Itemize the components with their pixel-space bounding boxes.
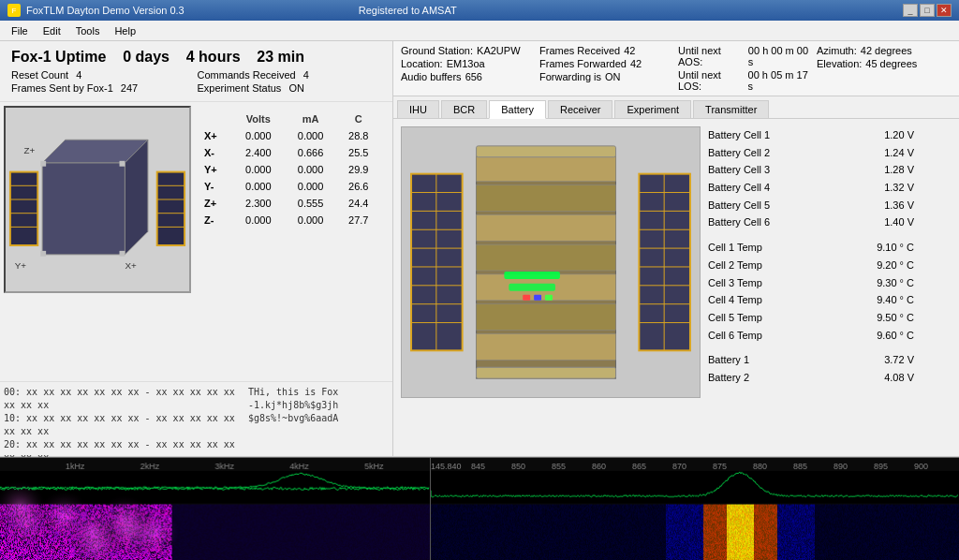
volts-value: 2.400 (233, 145, 284, 160)
axis-label: Z- (200, 213, 231, 228)
svg-text:X+: X+ (125, 260, 137, 271)
left-panel: Fox-1 Uptime 0 days 4 hours 23 min Reset… (0, 41, 393, 456)
volts-value: 0.000 (233, 128, 284, 143)
cell-label: Battery Cell 4 (708, 179, 770, 197)
forwarding-label: Forwarding is (539, 71, 601, 82)
total-value: 4.08 V (884, 369, 914, 387)
c-value: 25.5 (337, 145, 379, 160)
commands-received-value: 4 (303, 69, 309, 81)
menu-edit[interactable]: Edit (36, 23, 68, 38)
ma-value: 0.666 (286, 145, 336, 160)
svg-rect-41 (509, 284, 555, 291)
cell-value: 1.28 V (884, 161, 914, 179)
axis-label: X- (200, 145, 231, 160)
svg-rect-40 (504, 272, 560, 279)
main-content: Fox-1 Uptime 0 days 4 hours 23 min Reset… (0, 41, 959, 560)
audio-buffers-value: 656 (465, 71, 482, 82)
tab-bcr[interactable]: BCR (441, 100, 487, 118)
cell-label: Battery Cell 5 (708, 197, 770, 214)
cell-value: 1.20 V (884, 126, 914, 144)
until-next-los-label: Until next LOS: (678, 69, 745, 92)
experiment-status-label: Experiment Status (198, 82, 282, 94)
ground-station-value: KA2UPW (477, 45, 520, 56)
audio-buffers-label: Audio buffers (401, 71, 462, 82)
col-axis (200, 111, 231, 126)
temp-value: 9.50 ° C (877, 309, 914, 327)
menu-file[interactable]: File (4, 23, 36, 38)
svg-rect-39 (477, 333, 616, 360)
svg-marker-1 (42, 163, 125, 255)
svg-text:Y+: Y+ (15, 260, 27, 271)
cell-label: Battery Cell 3 (708, 161, 770, 179)
status-bar: Ground Station: KA2UPW Location: EM13oa … (393, 41, 959, 96)
temp-value: 9.30 ° C (877, 274, 914, 292)
battery-cells-group: Battery Cell 11.20 VBattery Cell 21.24 V… (708, 126, 952, 231)
tab-transmitter[interactable]: Transmitter (693, 100, 769, 118)
cell-temp-row: Cell 1 Temp9.10 ° C (708, 239, 914, 257)
svg-rect-44 (545, 295, 553, 301)
frames-sent-label: Frames Sent by Fox-1 (11, 82, 113, 94)
log-line: 10: xx xx xx xx xx xx xx - xx xx xx xx x… (4, 412, 241, 438)
table-row: Y- 0.000 0.000 26.6 (200, 179, 379, 194)
svg-rect-34 (477, 185, 616, 212)
ma-value: 0.000 (286, 179, 336, 194)
cell-temp-row: Cell 3 Temp9.30 ° C (708, 274, 914, 292)
c-value: 28.8 (337, 128, 379, 143)
axis-label: Y- (200, 179, 231, 194)
cell-temp-row: Cell 2 Temp9.20 ° C (708, 257, 914, 274)
table-row: Z+ 2.300 0.555 24.4 (200, 196, 379, 211)
tab-receiver[interactable]: Receiver (548, 100, 612, 118)
tab-experiment[interactable]: Experiment (614, 100, 691, 118)
azimuth-value: 42 degrees (861, 45, 912, 56)
spectrum-right-canvas (431, 458, 959, 560)
svg-rect-9 (157, 172, 184, 245)
svg-rect-42 (523, 295, 530, 301)
axis-label: Z+ (200, 196, 231, 211)
minimize-button[interactable]: _ (903, 4, 918, 17)
log-line: 00: xx xx xx xx xx xx xx - xx xx xx xx x… (4, 386, 241, 412)
app-title: FoxTLM Dayton Demo Version 0.3 (26, 5, 184, 16)
temp-label: Cell 3 Temp (708, 274, 762, 292)
temp-label: Cell 5 Temp (708, 309, 762, 327)
status-col-3: Until next AOS: 00 h 00 m 00 s Until nex… (678, 45, 813, 92)
volts-value: 2.300 (233, 196, 284, 211)
battery-cell-row: Battery Cell 61.40 V (708, 214, 914, 231)
uptime-days-value: 0 (123, 49, 131, 65)
uptime-hours-value: 4 (186, 49, 195, 65)
maximize-button[interactable]: □ (920, 4, 935, 17)
menu-help[interactable]: Help (107, 23, 143, 38)
frames-received-label: Frames Received (539, 45, 620, 56)
table-row: Z- 0.000 0.000 27.7 (200, 213, 379, 228)
tab-battery[interactable]: Battery (489, 100, 546, 119)
ma-value: 0.000 (286, 128, 336, 143)
menu-tools[interactable]: Tools (68, 23, 108, 38)
axis-label: X+ (200, 128, 231, 143)
log-decoded-line: -1.kj*hj8b%$g3jh (248, 399, 389, 412)
svg-rect-14 (40, 161, 46, 167)
close-button[interactable]: ✕ (937, 4, 952, 17)
satellite-section: Z+ Y+ X+ Volts mA C (0, 102, 392, 381)
cell-value: 1.32 V (884, 179, 914, 197)
satellite-image: Z+ Y+ X+ (4, 106, 191, 293)
title-bar: F FoxTLM Dayton Demo Version 0.3 Registe… (0, 0, 959, 21)
svg-rect-38 (477, 304, 616, 331)
frames-sent-value: 247 (121, 82, 138, 94)
svg-rect-55 (477, 146, 616, 157)
location-value: EM13oa (447, 58, 485, 69)
uptime-section: Fox-1 Uptime 0 days 4 hours 23 min Reset… (0, 41, 392, 102)
c-value: 29.9 (337, 162, 379, 177)
c-value: 24.4 (337, 196, 379, 211)
status-col-2: Frames Received 42 Frames Forwarded 42 F… (539, 45, 674, 92)
uptime-details: Reset Count 4 Commands Received 4 Frames… (11, 69, 381, 94)
reset-count-label: Reset Count (11, 69, 68, 81)
experiment-status-value: ON (288, 82, 304, 94)
svg-rect-22 (411, 174, 463, 351)
battery-cell-row: Battery Cell 51.36 V (708, 197, 914, 214)
satellite-table: Volts mA C X+ 0.000 0.000 28.8X- 2.400 0… (191, 106, 389, 377)
log-decoded-line: THi, this is Fox (248, 386, 389, 399)
frames-received-value: 42 (624, 45, 635, 56)
tab-ihu[interactable]: IHU (397, 100, 439, 118)
battery-totals-group: Battery 13.72 VBattery 24.08 V (708, 351, 952, 386)
volts-value: 0.000 (233, 213, 284, 228)
total-label: Battery 2 (708, 369, 749, 387)
